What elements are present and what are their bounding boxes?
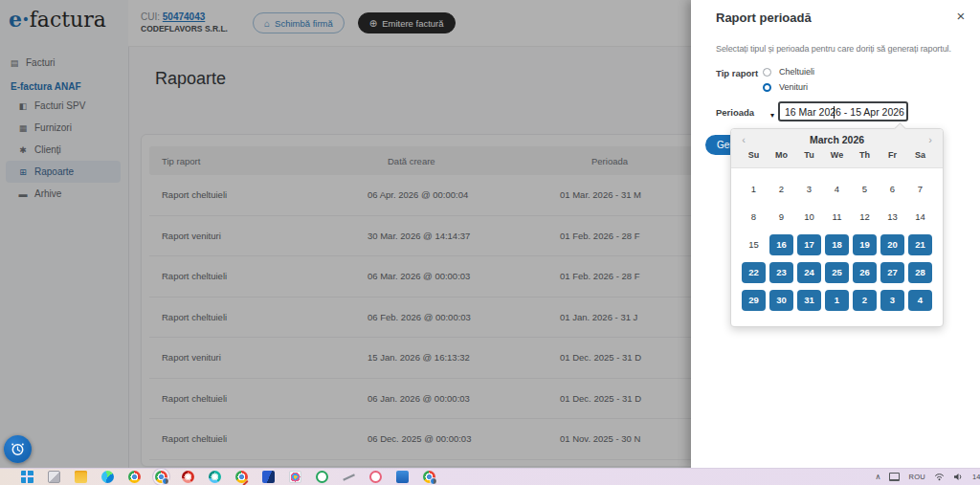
clock-icon (10, 441, 26, 457)
calendar-day-selected[interactable]: 26 (853, 262, 877, 283)
phone-link-icon[interactable] (316, 471, 328, 483)
radio-option-cheltuieli[interactable]: Cheltuieli (763, 67, 814, 77)
calendar-day-selected[interactable]: 30 (769, 290, 793, 311)
date-range-calendar: ‹ March 2026 › SuMoTuWeThFrSa 1234567891… (730, 128, 944, 327)
calendar-day[interactable]: 15 (742, 234, 766, 255)
calendar-day-selected[interactable]: 3 (880, 290, 904, 311)
calendar-next-icon[interactable]: › (924, 135, 937, 145)
perioada-input-value: 16 Mar 2026 - 15 Apr 2026 (785, 106, 904, 118)
calendar-day[interactable]: 3 (797, 179, 821, 200)
calendar-prev-icon[interactable]: ‹ (737, 135, 750, 145)
radio-selected-icon (763, 83, 771, 92)
calendar-day-selected[interactable]: 29 (742, 290, 766, 311)
calendar-month-title: March 2026 (810, 134, 864, 145)
chrome-annotate-icon[interactable] (235, 471, 248, 483)
calendar-day-selected[interactable]: 31 (797, 290, 821, 311)
tray-expand-icon[interactable]: ∧ (876, 473, 881, 481)
perioada-label: Perioada (716, 107, 754, 118)
calendar-week: 22232425262728 (731, 258, 943, 286)
calendar-week: 2930311234 (731, 286, 943, 314)
calendar-day-selected[interactable]: 17 (797, 234, 821, 255)
app-badge-icon (430, 477, 437, 485)
time-tracker-button[interactable] (4, 435, 32, 463)
taskbar: ∧ ROU 14: (0, 468, 980, 485)
radio-label: Cheltuieli (779, 67, 814, 77)
calendar-day-selected[interactable]: 28 (908, 262, 932, 283)
calendar-day-selected[interactable]: 25 (825, 262, 849, 283)
app-badge-icon (162, 477, 169, 485)
clock-time[interactable]: 14: (972, 473, 980, 481)
chrome-icon[interactable] (128, 471, 141, 483)
perioada-input[interactable]: 16 Mar 2026 - 15 Apr 2026 (778, 101, 908, 121)
tip-raport-label: Tip raport (716, 68, 758, 78)
task-view-icon[interactable] (48, 471, 60, 483)
day-name-sa: Sa (906, 150, 934, 160)
calendar-day-selected[interactable]: 18 (825, 234, 849, 255)
calendar-day-selected[interactable]: 16 (769, 234, 793, 255)
wifi-icon[interactable] (934, 473, 945, 481)
calendar-day[interactable]: 14 (908, 207, 932, 228)
day-name-th: Th (851, 150, 879, 160)
calendar-day[interactable]: 8 (742, 207, 766, 228)
calendar-day[interactable]: 13 (880, 207, 904, 228)
calendar-day[interactable]: 2 (769, 179, 793, 200)
drawer-title: Raport perioadă (716, 11, 812, 25)
day-name-su: Su (740, 150, 768, 160)
chevron-down-icon[interactable]: ▾ (770, 111, 774, 120)
calendar-day-selected[interactable]: 20 (880, 234, 904, 255)
calendar-grid: 1234567891011121314151617181920212223242… (731, 168, 943, 321)
calendar-day[interactable]: 1 (742, 179, 766, 200)
radio-option-venituri[interactable]: Venituri (763, 82, 808, 92)
calendar-day-selected[interactable]: 22 (742, 262, 766, 283)
calendar-week: 1234567 (731, 175, 943, 203)
pink-app-icon[interactable] (369, 471, 382, 483)
calendar-week: 891011121314 (731, 203, 943, 231)
calendar-header: ‹ March 2026 › SuMoTuWeThFrSa (731, 129, 943, 168)
calendar-day[interactable]: 10 (797, 207, 821, 228)
day-name-we: We (823, 150, 851, 160)
report-period-drawer: Raport perioadă × Selectați tipul și per… (691, 0, 980, 469)
calendar-day[interactable]: 6 (880, 179, 904, 200)
system-tray: ∧ ROU 14: (876, 469, 980, 485)
device-icon[interactable] (889, 473, 900, 481)
taskbar-icons (0, 471, 435, 483)
calendar-day-selected[interactable]: 24 (797, 262, 821, 283)
day-name-mo: Mo (768, 150, 795, 160)
radio-unselected-icon (763, 68, 771, 77)
calendar-day[interactable]: 11 (825, 207, 849, 228)
calendar-day-selected[interactable]: 27 (880, 262, 904, 283)
blue-app-icon[interactable] (396, 471, 409, 483)
drawer-description: Selectați tipul și perioada pentru care … (716, 44, 967, 54)
chrome-active-window-icon[interactable] (155, 471, 167, 483)
calendar-day[interactable]: 7 (908, 179, 932, 200)
day-name-tu: Tu (795, 150, 823, 160)
chrome-profile-red-icon[interactable] (182, 471, 194, 483)
chrome-profile-teal-icon[interactable] (209, 471, 221, 483)
close-icon[interactable]: × (952, 8, 969, 25)
pen-overlay-icon (242, 480, 248, 485)
edge-browser-icon[interactable] (101, 471, 114, 483)
day-name-fr: Fr (879, 150, 906, 160)
calendar-day[interactable]: 5 (853, 179, 877, 200)
calendar-day-names: SuMoTuWeThFrSa (737, 145, 937, 165)
text-cursor (834, 106, 835, 119)
calendar-day-selected[interactable]: 19 (853, 234, 877, 255)
calendar-day[interactable]: 9 (769, 207, 793, 228)
volume-icon[interactable] (953, 473, 964, 481)
calendar-day[interactable]: 4 (825, 179, 849, 200)
calendar-week: 15161718192021 (731, 231, 943, 258)
calendar-day-selected[interactable]: 23 (769, 262, 793, 283)
snip-line-icon[interactable] (343, 471, 355, 483)
visual-studio-icon[interactable] (262, 471, 275, 483)
calendar-day-selected[interactable]: 2 (853, 290, 877, 311)
calendar-day-selected[interactable]: 21 (908, 234, 932, 255)
photos-app-icon[interactable] (289, 471, 301, 483)
radio-label: Venituri (779, 82, 808, 92)
windows-start-icon[interactable] (21, 471, 33, 483)
file-explorer-icon[interactable] (75, 471, 87, 483)
calendar-day-selected[interactable]: 1 (825, 290, 849, 311)
calendar-day-selected[interactable]: 4 (908, 290, 932, 311)
language-indicator[interactable]: ROU (908, 473, 925, 481)
calendar-day[interactable]: 12 (853, 207, 877, 228)
chrome-badge-icon[interactable] (423, 471, 435, 483)
